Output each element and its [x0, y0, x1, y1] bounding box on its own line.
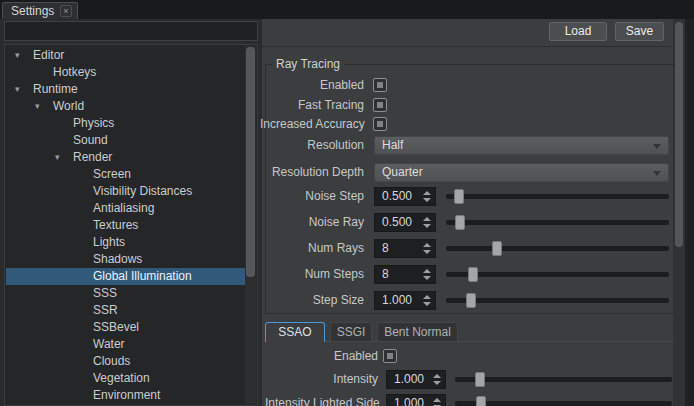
tree-item[interactable]: Hotkeys: [6, 64, 247, 81]
tab-bent-normal[interactable]: Bent Normal: [377, 322, 458, 342]
slider-handle[interactable]: [475, 372, 485, 387]
settings-scrollbar[interactable]: [673, 19, 685, 406]
resolution-depth-label: Resolution Depth: [260, 165, 364, 179]
increased-accuracy-row: Increased Accuracy: [266, 115, 673, 134]
slider-handle[interactable]: [468, 267, 478, 282]
tree-item[interactable]: SSR: [6, 302, 247, 319]
spinner-arrows-icon[interactable]: [421, 267, 433, 282]
ssao-enabled-checkbox[interactable]: [383, 349, 397, 363]
noise-ray-slider[interactable]: [446, 213, 669, 232]
slider-track[interactable]: [446, 246, 669, 251]
tree-scrollbar-thumb[interactable]: [246, 47, 255, 277]
num-rays-label: Num Rays: [260, 241, 364, 255]
noise-step-slider[interactable]: [446, 187, 669, 206]
intensity-slider[interactable]: [455, 370, 672, 389]
load-button[interactable]: Load: [549, 22, 607, 41]
tree-item[interactable]: Screen: [6, 166, 247, 183]
tree-item[interactable]: Textures: [6, 217, 247, 234]
save-button[interactable]: Save: [615, 22, 664, 41]
tree-item[interactable]: Lights: [6, 234, 247, 251]
slider-handle[interactable]: [455, 215, 465, 230]
tree-item[interactable]: Clouds: [6, 353, 247, 370]
tree-item[interactable]: ▾Runtime: [6, 81, 247, 98]
spinner-arrows-icon[interactable]: [431, 372, 443, 387]
ssao-pane: Enabled Intensity 1.000 Intensity Lighte…: [265, 342, 674, 406]
slider-handle[interactable]: [466, 293, 476, 308]
resolution-dropdown[interactable]: Half: [374, 136, 669, 155]
tab-ssao[interactable]: SSAO: [265, 322, 325, 342]
chevron-down-icon: [653, 171, 661, 176]
tree-item[interactable]: Physics: [6, 115, 247, 132]
intensity-input[interactable]: 1.000: [386, 370, 446, 389]
slider-track[interactable]: [446, 298, 669, 303]
noise-step-label: Noise Step: [260, 189, 364, 203]
tree-item[interactable]: Antialiasing: [6, 200, 247, 217]
slider-track[interactable]: [455, 377, 672, 382]
num-rays-input[interactable]: 8: [374, 239, 436, 258]
spinner-arrows-icon[interactable]: [431, 396, 443, 406]
search-input[interactable]: [4, 21, 258, 41]
tree-item[interactable]: ▾Editor: [6, 47, 247, 64]
tree-item[interactable]: SSS: [6, 285, 247, 302]
slider-track[interactable]: [455, 401, 672, 406]
num-rays-value: 8: [382, 241, 389, 255]
tab-settings[interactable]: Settings ×: [2, 2, 78, 19]
slider-track[interactable]: [446, 220, 669, 225]
tree-item[interactable]: Water: [6, 336, 247, 353]
noise-ray-row: Noise Ray 0.500: [266, 213, 673, 232]
increased-accuracy-label: Increased Accuracy: [260, 117, 364, 131]
step-size-input[interactable]: 1.000: [374, 291, 436, 310]
chevron-down-icon: [653, 144, 661, 149]
resolution-depth-value: Quarter: [382, 165, 423, 179]
slider-handle[interactable]: [454, 189, 464, 204]
chevron-down-icon[interactable]: ▾: [15, 47, 20, 64]
tree-item[interactable]: Environment: [6, 387, 247, 404]
noise-ray-input[interactable]: 0.500: [374, 213, 436, 232]
increased-accuracy-checkbox[interactable]: [373, 117, 387, 131]
spinner-arrows-icon[interactable]: [421, 215, 433, 230]
fast-tracing-row: Fast Tracing: [266, 96, 673, 115]
spinner-arrows-icon[interactable]: [421, 189, 433, 204]
intensity-value: 1.000: [394, 372, 424, 386]
enabled-row: Enabled: [266, 76, 673, 95]
tree-item[interactable]: ▾Render: [6, 149, 247, 166]
noise-step-row: Noise Step 0.500: [266, 187, 673, 206]
tree-item[interactable]: Vegetation: [6, 370, 247, 387]
intensity-lighted-side-input[interactable]: 1.000: [386, 394, 446, 406]
intensity-lighted-side-row: Intensity Lighted Side 1.000: [265, 394, 674, 406]
ray-tracing-group: Ray Tracing Enabled Fast Tracing Increas…: [265, 64, 674, 314]
num-rays-slider[interactable]: [446, 239, 669, 258]
chevron-down-icon[interactable]: ▾: [55, 149, 60, 166]
checkbox-mark: [377, 82, 383, 88]
num-steps-slider[interactable]: [446, 265, 669, 284]
spinner-arrows-icon[interactable]: [421, 293, 433, 308]
noise-step-input[interactable]: 0.500: [374, 187, 436, 206]
tab-ssgi[interactable]: SSGI: [330, 322, 372, 342]
num-steps-input[interactable]: 8: [374, 265, 436, 284]
step-size-slider[interactable]: [446, 291, 669, 310]
tree-item[interactable]: Sound: [6, 132, 247, 149]
tree-item[interactable]: ▾World: [6, 98, 247, 115]
slider-handle[interactable]: [476, 396, 486, 406]
window-tab-bar: Settings ×: [0, 0, 694, 19]
intensity-lighted-side-value: 1.000: [394, 396, 424, 406]
resolution-depth-dropdown[interactable]: Quarter: [374, 163, 669, 182]
intensity-lighted-side-slider[interactable]: [455, 394, 672, 406]
tree-item[interactable]: SSBevel: [6, 319, 247, 336]
chevron-down-icon[interactable]: ▾: [35, 98, 40, 115]
intensity-row: Intensity 1.000: [265, 370, 674, 389]
spinner-arrows-icon[interactable]: [421, 241, 433, 256]
slider-handle[interactable]: [492, 241, 502, 256]
enabled-checkbox[interactable]: [373, 78, 387, 92]
settings-scrollbar-thumb[interactable]: [675, 22, 683, 247]
fast-tracing-checkbox[interactable]: [373, 98, 387, 112]
slider-track[interactable]: [446, 194, 669, 199]
tree-scrollbar[interactable]: [245, 46, 256, 404]
close-icon[interactable]: ×: [60, 5, 72, 17]
tree-item-selected[interactable]: Global Illumination: [6, 268, 247, 285]
tree-item[interactable]: Visibility Distances: [6, 183, 247, 200]
slider-track[interactable]: [446, 272, 669, 277]
tree-item[interactable]: Shadows: [6, 251, 247, 268]
chevron-down-icon[interactable]: ▾: [15, 81, 20, 98]
toolbar-divider: [262, 46, 673, 47]
